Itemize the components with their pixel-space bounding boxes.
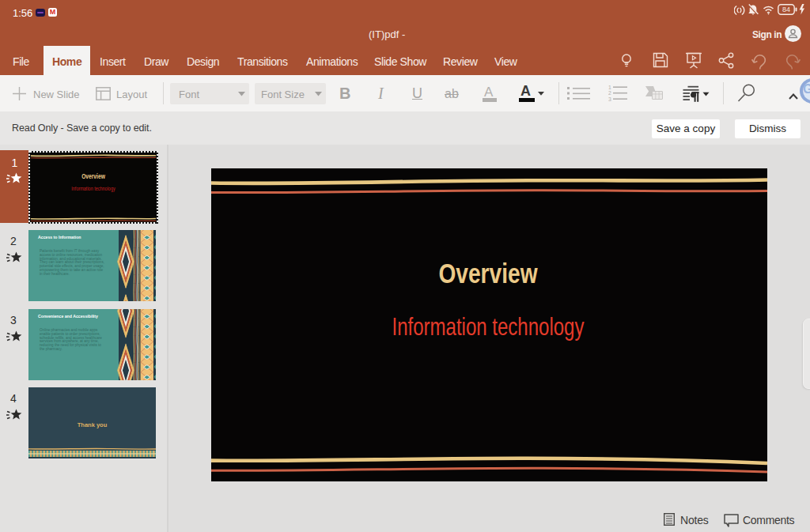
svg-text:3: 3 xyxy=(608,96,611,102)
svg-text:Information technology: Information technology xyxy=(71,185,115,191)
svg-text:84: 84 xyxy=(782,6,790,13)
svg-text:Overview: Overview xyxy=(439,258,538,289)
svg-text:2: 2 xyxy=(608,90,611,96)
svg-text:1: 1 xyxy=(608,85,611,90)
svg-text:Overview: Overview xyxy=(81,172,105,179)
svg-text:Information technology: Information technology xyxy=(392,312,585,341)
